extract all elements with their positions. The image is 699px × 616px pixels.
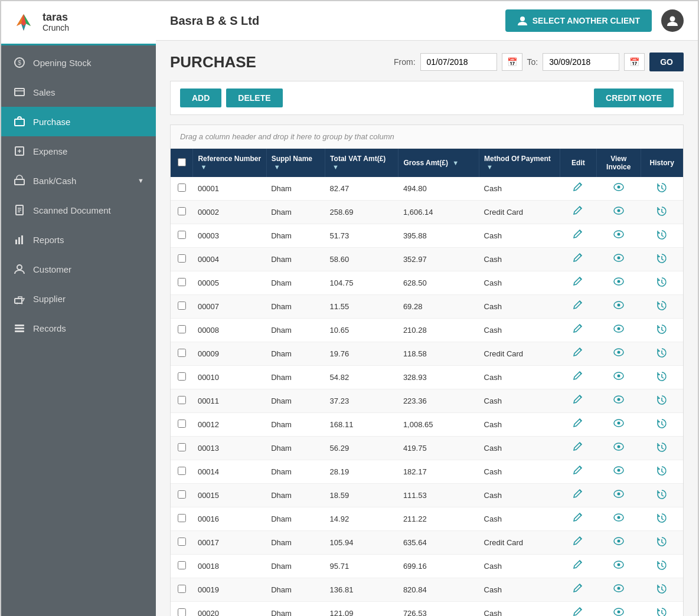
sidebar-item-expense[interactable]: Expense [1, 136, 156, 166]
edit-button[interactable] [560, 201, 596, 224]
row-checkbox[interactable] [178, 538, 186, 546]
th-total-vat[interactable]: Total VAT Amt(£) ▼ [325, 149, 399, 177]
history-button[interactable] [641, 507, 683, 531]
history-button[interactable] [641, 319, 683, 342]
sidebar-item-bank-cash[interactable]: Bank/Cash ▼ [1, 166, 156, 195]
edit-button[interactable] [560, 413, 596, 437]
edit-button[interactable] [560, 460, 596, 484]
row-checkbox-cell[interactable] [171, 342, 193, 366]
row-checkbox[interactable] [178, 561, 186, 569]
row-checkbox-cell[interactable] [171, 507, 193, 531]
history-button[interactable] [641, 366, 683, 389]
row-checkbox-cell[interactable] [171, 555, 193, 578]
edit-button[interactable] [560, 507, 596, 531]
add-button[interactable]: ADD [180, 89, 221, 107]
history-button[interactable] [641, 201, 683, 224]
history-button[interactable] [641, 177, 683, 201]
view-invoice-button[interactable] [596, 295, 641, 319]
view-invoice-button[interactable] [596, 366, 641, 389]
row-checkbox-cell[interactable] [171, 177, 193, 201]
sidebar-item-scanned-document[interactable]: Scanned Document [1, 195, 156, 225]
th-gross-amt[interactable]: Gross Amt(£) ▼ [399, 149, 479, 177]
row-checkbox[interactable] [178, 467, 186, 475]
row-checkbox-cell[interactable] [171, 602, 193, 617]
edit-button[interactable] [560, 248, 596, 271]
edit-button[interactable] [560, 531, 596, 555]
row-checkbox[interactable] [178, 325, 186, 333]
row-checkbox[interactable] [178, 608, 186, 616]
edit-button[interactable] [560, 484, 596, 507]
user-avatar[interactable] [661, 9, 684, 32]
row-checkbox[interactable] [178, 490, 186, 499]
history-button[interactable] [641, 531, 683, 555]
row-checkbox[interactable] [178, 278, 186, 286]
row-checkbox-cell[interactable] [171, 460, 193, 484]
view-invoice-button[interactable] [596, 248, 641, 271]
view-invoice-button[interactable] [596, 177, 641, 201]
row-checkbox-cell[interactable] [171, 248, 193, 271]
edit-button[interactable] [560, 437, 596, 460]
row-checkbox[interactable] [178, 372, 186, 381]
sidebar-item-sales[interactable]: Sales [1, 77, 156, 107]
row-checkbox[interactable] [178, 349, 186, 357]
edit-button[interactable] [560, 224, 596, 248]
credit-note-button[interactable]: CREDIT NOTE [594, 89, 674, 107]
view-invoice-button[interactable] [596, 271, 641, 295]
row-checkbox[interactable] [178, 396, 186, 404]
view-invoice-button[interactable] [596, 531, 641, 555]
from-calendar-button[interactable]: 📅 [502, 53, 522, 71]
row-checkbox[interactable] [178, 254, 186, 263]
th-reference-number[interactable]: Reference Number ▼ [193, 149, 266, 177]
row-checkbox[interactable] [178, 420, 186, 428]
row-checkbox[interactable] [178, 302, 186, 310]
from-date-input[interactable] [420, 53, 497, 71]
row-checkbox-cell[interactable] [171, 224, 193, 248]
row-checkbox-cell[interactable] [171, 271, 193, 295]
row-checkbox-cell[interactable] [171, 531, 193, 555]
row-checkbox-cell[interactable] [171, 413, 193, 437]
th-method-of-payment[interactable]: Method Of Payment ▼ [479, 149, 560, 177]
history-button[interactable] [641, 224, 683, 248]
row-checkbox[interactable] [178, 207, 186, 215]
edit-button[interactable] [560, 295, 596, 319]
edit-button[interactable] [560, 602, 596, 617]
view-invoice-button[interactable] [596, 201, 641, 224]
sidebar-item-supplier[interactable]: Supplier [1, 284, 156, 313]
view-invoice-button[interactable] [596, 507, 641, 531]
history-button[interactable] [641, 248, 683, 271]
edit-button[interactable] [560, 271, 596, 295]
history-button[interactable] [641, 484, 683, 507]
th-supplier-name[interactable]: Suppl Name ▼ [266, 149, 325, 177]
sidebar-item-opening-stock[interactable]: $ Opening Stock [1, 48, 156, 77]
row-checkbox-cell[interactable] [171, 319, 193, 342]
delete-button[interactable]: DELETE [226, 89, 282, 107]
select-all-checkbox[interactable] [178, 158, 186, 166]
history-button[interactable] [641, 555, 683, 578]
row-checkbox-cell[interactable] [171, 578, 193, 602]
row-checkbox-cell[interactable] [171, 366, 193, 389]
sidebar-item-records[interactable]: Records [1, 313, 156, 343]
history-button[interactable] [641, 342, 683, 366]
select-client-button[interactable]: SELECT ANOTHER CLIENT [505, 9, 652, 32]
view-invoice-button[interactable] [596, 437, 641, 460]
view-invoice-button[interactable] [596, 224, 641, 248]
edit-button[interactable] [560, 319, 596, 342]
row-checkbox[interactable] [178, 231, 186, 239]
history-button[interactable] [641, 460, 683, 484]
row-checkbox[interactable] [178, 514, 186, 522]
edit-button[interactable] [560, 389, 596, 413]
history-button[interactable] [641, 413, 683, 437]
row-checkbox[interactable] [178, 443, 186, 451]
edit-button[interactable] [560, 555, 596, 578]
view-invoice-button[interactable] [596, 555, 641, 578]
view-invoice-button[interactable] [596, 460, 641, 484]
view-invoice-button[interactable] [596, 319, 641, 342]
history-button[interactable] [641, 295, 683, 319]
history-button[interactable] [641, 602, 683, 617]
history-button[interactable] [641, 578, 683, 602]
row-checkbox-cell[interactable] [171, 484, 193, 507]
row-checkbox-cell[interactable] [171, 437, 193, 460]
sidebar-item-reports[interactable]: Reports [1, 225, 156, 254]
sidebar-item-purchase[interactable]: Purchase [1, 107, 156, 136]
row-checkbox-cell[interactable] [171, 389, 193, 413]
